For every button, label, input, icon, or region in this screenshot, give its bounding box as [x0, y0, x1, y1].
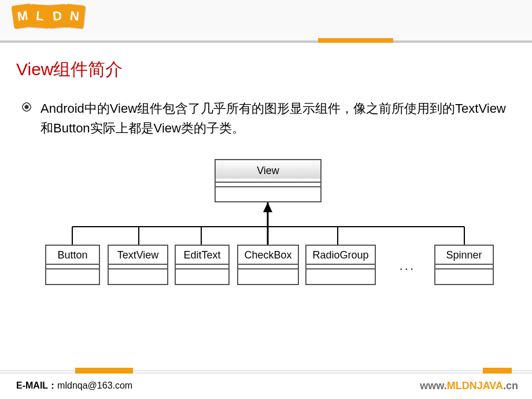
- class-divider: [176, 268, 228, 273]
- class-label: Button: [46, 246, 99, 264]
- bullet-icon: [22, 102, 31, 114]
- class-label: EditText: [176, 246, 228, 264]
- email-contact: E-MAIL：mldnqa@163.com: [16, 380, 132, 392]
- slide-content: View组件简介 Android中的View组件包含了几乎所有的图形显示组件，像…: [0, 44, 532, 138]
- website-url: www.MLDNJAVA.cn: [420, 380, 518, 392]
- site-suffix: .cn: [503, 380, 518, 391]
- class-node-textview: TextView: [108, 245, 168, 285]
- class-divider: [238, 264, 298, 268]
- class-divider: [46, 268, 99, 273]
- logo-letter: N: [64, 3, 86, 28]
- slide-title: View组件简介: [16, 58, 516, 82]
- svg-marker-3: [263, 202, 272, 212]
- class-diagram: View Button TextView EditText CheckBox R…: [45, 159, 502, 292]
- body-text: Android中的View组件包含了几乎所有的图形显示组件，像之前所使用到的Te…: [40, 99, 516, 138]
- footer: E-MAIL：mldnqa@163.com www.MLDNJAVA.cn: [0, 364, 532, 399]
- class-label: Spinner: [435, 246, 493, 264]
- class-node-radiogroup: RadioGroup: [305, 245, 376, 285]
- class-divider: [306, 264, 375, 268]
- header-accent: [318, 38, 393, 43]
- class-divider: [216, 182, 320, 186]
- ellipsis: ···: [399, 260, 415, 278]
- class-divider: [46, 264, 99, 268]
- class-node-view: View: [215, 159, 322, 202]
- class-divider: [109, 264, 167, 268]
- class-label: RadioGroup: [306, 246, 375, 264]
- class-node-edittext: EditText: [175, 245, 230, 285]
- class-node-button: Button: [45, 245, 100, 285]
- svg-marker-1: [24, 105, 29, 109]
- class-divider: [176, 264, 228, 268]
- class-divider: [435, 268, 493, 273]
- site-name: MLDNJAVA: [447, 380, 503, 391]
- class-divider: [306, 268, 375, 273]
- class-node-checkbox: CheckBox: [237, 245, 299, 285]
- email-label: E-MAIL：: [16, 380, 57, 390]
- mldn-logo: M L D N: [13, 5, 82, 28]
- class-divider: [216, 186, 320, 191]
- class-divider: [238, 268, 298, 273]
- class-label: TextView: [109, 246, 167, 264]
- class-node-spinner: Spinner: [434, 245, 494, 285]
- footer-accent: [75, 368, 133, 374]
- class-divider: [109, 268, 167, 273]
- email-value: mldnqa@163.com: [57, 380, 132, 390]
- class-label: View: [216, 160, 320, 182]
- header-bar: M L D N: [0, 0, 532, 44]
- body-paragraph: Android中的View组件包含了几乎所有的图形显示组件，像之前所使用到的Te…: [22, 99, 516, 138]
- class-label: CheckBox: [238, 246, 298, 264]
- class-divider: [435, 264, 493, 268]
- footer-accent: [483, 368, 512, 374]
- site-prefix: www.: [420, 380, 446, 391]
